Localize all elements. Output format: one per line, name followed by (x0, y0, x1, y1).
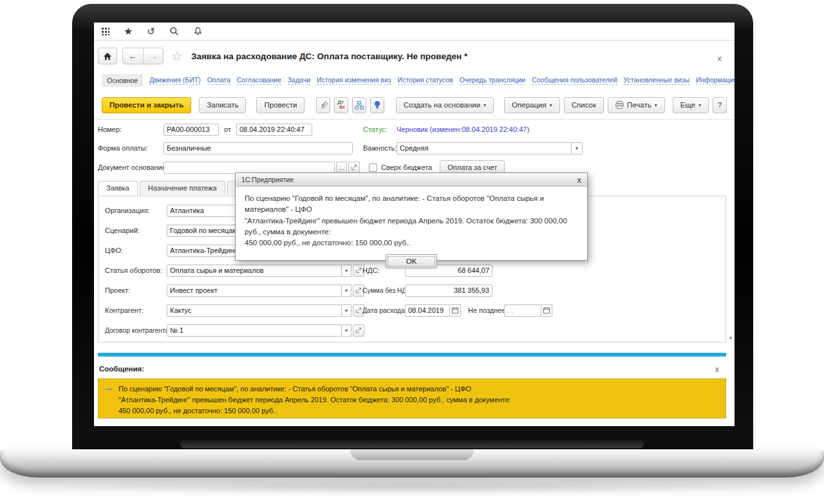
message-dash-icon: — (105, 384, 112, 413)
open-link-icon (351, 164, 357, 171)
open-link-button[interactable] (348, 162, 360, 174)
expense-date-calendar-button[interactable] (450, 304, 461, 317)
structure-button[interactable] (352, 97, 366, 113)
save-button[interactable]: Записать (199, 97, 246, 113)
more-button[interactable]: Еще▾ (673, 97, 709, 113)
contract-open-button[interactable] (353, 324, 364, 337)
home-button[interactable] (98, 48, 117, 64)
window-close-icon[interactable]: x (718, 53, 722, 63)
favorites-star-icon[interactable]: ★ (124, 26, 133, 37)
tab-oplata[interactable]: Оплата (207, 76, 230, 85)
chevron-down-icon: ▾ (550, 102, 552, 108)
importance-dropdown-button[interactable]: ▾ (572, 142, 583, 154)
forward-button[interactable]: → (143, 48, 163, 64)
ellipsis-button[interactable]: ... (336, 162, 347, 174)
doc-tab-zayavka[interactable]: Заявка (98, 181, 138, 196)
contract-input[interactable] (167, 324, 342, 337)
not-later-input[interactable] (504, 304, 541, 317)
tab-informaciya[interactable]: Информация (696, 76, 735, 85)
chevron-down-icon: ▾ (698, 102, 701, 108)
page-title: Заявка на расходование ДС: Оплата постав… (191, 51, 467, 61)
apps-grid-icon[interactable] (101, 27, 109, 35)
tab-soobshcheniya-polzovatelei[interactable]: Сообщения пользователей (532, 76, 617, 85)
document-title-bar: ← → ☆ Заявка на расходование ДС: Оплата … (98, 47, 467, 65)
messages-header: Сообщения: (99, 365, 144, 373)
doc-tab-naznachenie[interactable]: Назначение платежа (140, 181, 225, 195)
over-budget-checkbox[interactable] (369, 163, 377, 172)
post-and-close-button[interactable]: Провести и закрыть (102, 97, 191, 113)
counterparty-dropdown-button[interactable]: ▾ (342, 304, 351, 317)
list-button[interactable]: Список (564, 97, 604, 113)
app-menu-bar: ★ ↺ (94, 23, 735, 41)
over-budget-label: Сверх бюджета (381, 163, 432, 171)
cfo-label: ЦФО: (105, 247, 167, 254)
nav-tabs: Основное Движения (БИТ) Оплата Согласова… (102, 73, 722, 88)
tab-istoriya-viz[interactable]: История изменения виз (317, 76, 391, 85)
history-icon[interactable]: ↺ (147, 26, 155, 36)
chevron-down-icon: ▾ (483, 102, 486, 108)
expense-date-input[interactable] (405, 304, 450, 317)
expense-date-label: Дата расхода: (362, 306, 405, 314)
tab-istoriya-statusov[interactable]: История статусов (398, 76, 453, 85)
laptop-shadow (45, 480, 779, 494)
blue-separator (98, 353, 726, 357)
status-link[interactable]: Черновик (изменен:08.04.2019 22:40:47) (397, 126, 529, 133)
not-later-label: Не позднее: (468, 306, 504, 314)
dialog-ok-button[interactable]: OK (386, 254, 437, 268)
post-button[interactable]: Провести (256, 97, 304, 113)
history-nav-group: ← → (122, 48, 164, 64)
messages-close-icon[interactable]: x (715, 365, 719, 374)
tab-osnovnoe[interactable]: Основное (102, 74, 143, 87)
laptop-notch (350, 449, 474, 460)
favorite-star-toggle[interactable]: ☆ (171, 48, 183, 64)
message-item[interactable]: — По сценарию "Годовой по месяцам", по а… (98, 378, 726, 418)
tab-soglasovanie[interactable]: Согласование (237, 76, 281, 85)
project-dropdown-button[interactable]: ▾ (342, 285, 351, 297)
base-document-input[interactable] (164, 162, 335, 174)
tab-ustanovlennye-vizy[interactable]: Установленные визы (624, 76, 689, 85)
turnover-item-input[interactable] (167, 265, 342, 277)
toolbar-separator (94, 119, 735, 120)
alert-dialog: 1С:Предприятие x По сценарию "Годовой по… (235, 173, 588, 261)
dialog-text: По сценарию "Годовой по месяцам", по ана… (236, 187, 587, 248)
calendar-icon (452, 307, 458, 313)
counterparty-input[interactable] (167, 304, 342, 317)
notifications-bell-icon[interactable] (193, 26, 203, 36)
from-label: от (224, 126, 231, 133)
dtkt-icon: ДтКт (337, 100, 345, 110)
project-input[interactable] (167, 285, 342, 297)
print-button[interactable]: Печать▾ (608, 97, 665, 113)
search-icon[interactable] (169, 26, 179, 36)
toolbar: Провести и закрыть Записать Провести ДтК… (102, 96, 727, 114)
contract-label: Договор контрагента: (105, 327, 167, 334)
base-document-label: Документ основание: (98, 163, 164, 171)
number-date-input[interactable] (236, 124, 312, 136)
scroll-down-icon[interactable]: ▼ (728, 335, 733, 341)
printer-icon (615, 101, 624, 109)
not-later-calendar-button[interactable] (541, 304, 552, 317)
chevron-down-icon: ▾ (576, 145, 578, 151)
counterparty-label: Контрагент: (105, 306, 167, 314)
discussion-button[interactable] (370, 97, 384, 113)
importance-label: Важность: (363, 144, 397, 152)
number-input[interactable] (164, 124, 219, 136)
importance-select[interactable] (397, 142, 572, 154)
amount-wo-vat-input[interactable] (405, 285, 492, 297)
tab-zadachi[interactable]: Задачи (288, 76, 310, 85)
create-based-on-button[interactable]: Создать на основании▾ (396, 97, 494, 113)
lightbulb-icon (373, 100, 381, 109)
dtkt-button[interactable]: ДтКт (334, 97, 348, 113)
tab-dvizheniya-bit[interactable]: Движения (БИТ) (149, 76, 201, 85)
payment-form-input[interactable] (164, 142, 353, 154)
contract-dropdown-button[interactable]: ▾ (342, 324, 351, 337)
attachment-button[interactable] (316, 97, 330, 113)
back-button[interactable]: ← (123, 48, 143, 64)
turnover-dropdown-button[interactable]: ▾ (342, 265, 351, 277)
help-button[interactable]: ? (713, 97, 727, 113)
dialog-title-bar[interactable]: 1С:Предприятие x (236, 173, 587, 187)
operation-button[interactable]: Операция▾ (504, 97, 560, 113)
tab-ochered-translyacii[interactable]: Очередь трансляции (460, 76, 526, 85)
dialog-close-icon[interactable]: x (577, 175, 582, 185)
project-label: Проект: (105, 286, 167, 294)
calendar-icon (543, 307, 550, 313)
